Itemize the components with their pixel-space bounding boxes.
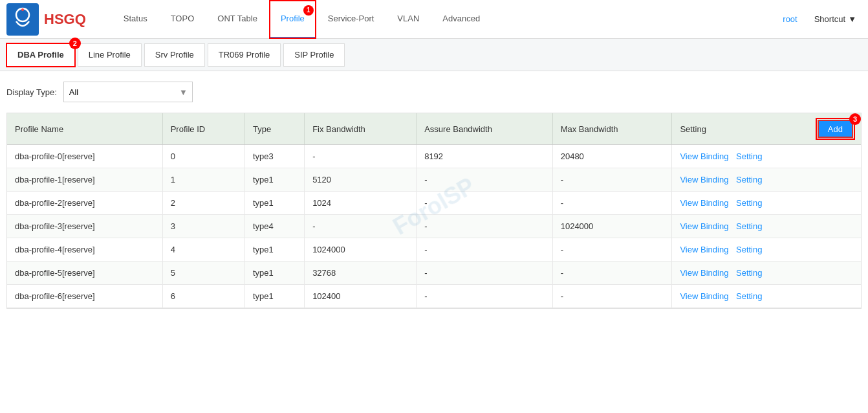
table-row: dba-profile-2[reserve] 2 type1 1024 - - …	[7, 192, 861, 215]
cell-profile-name: dba-profile-6[reserve]	[7, 285, 162, 308]
cell-assure-bandwidth: -	[417, 168, 553, 192]
col-profile-id: Profile ID	[162, 113, 244, 145]
main-nav: Status TOPO ONT Table Profile 1 Service-…	[112, 0, 778, 39]
table-row: dba-profile-6[reserve] 6 type1 102400 - …	[7, 285, 861, 308]
brand-name: HSGQ	[44, 11, 86, 28]
col-assure-bandwidth: Assure Bandwidth	[417, 113, 553, 145]
nav-item-advanced[interactable]: Advanced	[431, 0, 492, 39]
view-binding-link[interactable]: View Binding	[680, 291, 728, 301]
cell-max-bandwidth: -	[552, 285, 672, 308]
cell-setting: View Binding Setting	[672, 262, 861, 285]
display-type-label: Display Type:	[6, 87, 57, 97]
cell-assure-bandwidth: 8192	[417, 145, 553, 168]
nav-user: root	[777, 14, 802, 24]
add-button[interactable]: Add	[818, 120, 853, 138]
add-button-badge: 3	[849, 113, 861, 125]
cell-type: type1	[244, 262, 304, 285]
cell-type: type1	[244, 168, 304, 192]
cell-assure-bandwidth: -	[417, 238, 553, 262]
cell-assure-bandwidth: -	[417, 262, 553, 285]
cell-fix-bandwidth: 102400	[305, 285, 417, 308]
dba-profile-badge: 2	[69, 38, 81, 49]
cell-profile-id: 5	[162, 262, 244, 285]
setting-link[interactable]: Setting	[736, 291, 762, 301]
nav-item-status[interactable]: Status	[112, 0, 159, 39]
nav-item-ont-table[interactable]: ONT Table	[206, 0, 269, 39]
display-type-select[interactable]: All Type1 Type2 Type3 Type4	[63, 82, 193, 102]
cell-fix-bandwidth: -	[305, 145, 417, 168]
cell-profile-id: 6	[162, 285, 244, 308]
cell-setting: View Binding Setting	[672, 192, 861, 215]
view-binding-link[interactable]: View Binding	[680, 268, 728, 278]
display-type-select-wrapper: All Type1 Type2 Type3 Type4 ▼	[63, 82, 193, 102]
table-row: dba-profile-0[reserve] 0 type3 - 8192 20…	[7, 145, 861, 168]
cell-setting: View Binding Setting	[672, 215, 861, 238]
nav-right: root Shortcut ▼	[777, 14, 862, 24]
cell-setting: View Binding Setting	[672, 168, 861, 192]
cell-profile-id: 2	[162, 192, 244, 215]
view-binding-link[interactable]: View Binding	[680, 151, 728, 161]
content-area: Display Type: All Type1 Type2 Type3 Type…	[0, 71, 868, 319]
setting-link[interactable]: Setting	[736, 268, 762, 278]
table-row: dba-profile-5[reserve] 5 type1 32768 - -…	[7, 262, 861, 285]
header: HSGQ Status TOPO ONT Table Profile 1 Ser…	[0, 0, 868, 39]
tab-tr069-profile[interactable]: TR069 Profile	[208, 43, 281, 67]
cell-max-bandwidth: -	[552, 238, 672, 262]
nav-item-vlan[interactable]: VLAN	[385, 0, 431, 39]
cell-profile-id: 3	[162, 215, 244, 238]
col-fix-bandwidth: Fix Bandwidth	[305, 113, 417, 145]
table-header-row: Profile Name Profile ID Type Fix Bandwid…	[7, 113, 861, 145]
cell-fix-bandwidth: -	[305, 215, 417, 238]
cell-max-bandwidth: 20480	[552, 145, 672, 168]
logo-area: HSGQ	[6, 3, 86, 36]
cell-type: type1	[244, 285, 304, 308]
cell-assure-bandwidth: -	[417, 285, 553, 308]
setting-link[interactable]: Setting	[736, 175, 762, 184]
cell-fix-bandwidth: 1024000	[305, 238, 417, 262]
cell-assure-bandwidth: -	[417, 215, 553, 238]
cell-profile-id: 1	[162, 168, 244, 192]
sub-tabs: DBA Profile 2 Line Profile Srv Profile T…	[0, 39, 868, 71]
setting-link[interactable]: Setting	[736, 245, 762, 254]
cell-profile-name: dba-profile-5[reserve]	[7, 262, 162, 285]
nav-shortcut[interactable]: Shortcut ▼	[809, 14, 862, 24]
cell-fix-bandwidth: 1024	[305, 192, 417, 215]
cell-max-bandwidth: -	[552, 168, 672, 192]
nav-item-profile[interactable]: Profile 1	[269, 0, 316, 39]
table-row: dba-profile-1[reserve] 1 type1 5120 - - …	[7, 168, 861, 192]
tab-srv-profile[interactable]: Srv Profile	[144, 43, 205, 67]
tab-dba-profile[interactable]: DBA Profile 2	[6, 43, 75, 67]
view-binding-link[interactable]: View Binding	[680, 175, 728, 184]
display-type-row: Display Type: All Type1 Type2 Type3 Type…	[6, 82, 862, 102]
profile-badge: 1	[303, 5, 314, 16]
cell-max-bandwidth: -	[552, 192, 672, 215]
nav-item-service-port[interactable]: Service-Port	[316, 0, 386, 39]
view-binding-link[interactable]: View Binding	[680, 198, 728, 208]
cell-profile-name: dba-profile-3[reserve]	[7, 215, 162, 238]
cell-profile-name: dba-profile-1[reserve]	[7, 168, 162, 192]
cell-profile-name: dba-profile-2[reserve]	[7, 192, 162, 215]
cell-type: type3	[244, 145, 304, 168]
logo-icon	[6, 3, 39, 36]
col-type: Type	[244, 113, 304, 145]
cell-fix-bandwidth: 5120	[305, 168, 417, 192]
setting-link[interactable]: Setting	[736, 151, 762, 161]
col-setting: Setting Add 3	[672, 113, 861, 145]
tab-line-profile[interactable]: Line Profile	[78, 43, 142, 67]
cell-max-bandwidth: -	[552, 262, 672, 285]
cell-fix-bandwidth: 32768	[305, 262, 417, 285]
setting-link[interactable]: Setting	[736, 198, 762, 208]
cell-profile-name: dba-profile-4[reserve]	[7, 238, 162, 262]
cell-profile-name: dba-profile-0[reserve]	[7, 145, 162, 168]
view-binding-link[interactable]: View Binding	[680, 245, 728, 254]
col-max-bandwidth: Max Bandwidth	[552, 113, 672, 145]
view-binding-link[interactable]: View Binding	[680, 221, 728, 231]
setting-link[interactable]: Setting	[736, 221, 762, 231]
cell-type: type4	[244, 215, 304, 238]
cell-max-bandwidth: 1024000	[552, 215, 672, 238]
table-row: dba-profile-3[reserve] 3 type4 - - 10240…	[7, 215, 861, 238]
cell-setting: View Binding Setting	[672, 285, 861, 308]
tab-sip-profile[interactable]: SIP Profile	[283, 43, 345, 67]
table-row: dba-profile-4[reserve] 4 type1 1024000 -…	[7, 238, 861, 262]
nav-item-topo[interactable]: TOPO	[159, 0, 206, 39]
